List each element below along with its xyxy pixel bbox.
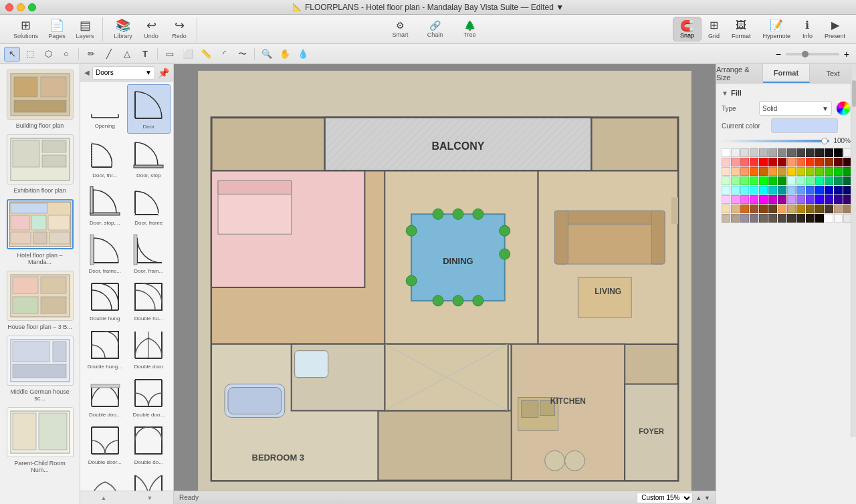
library-item-door-stop[interactable]: Door, stop: [127, 134, 171, 182]
library-item-opening[interactable]: Opening: [83, 84, 127, 134]
color-swatch[interactable]: [750, 186, 758, 195]
zoom-slider[interactable]: [786, 53, 839, 55]
color-swatch[interactable]: [750, 158, 758, 166]
fill-type-select[interactable]: Solid ▼: [759, 101, 832, 116]
color-swatch[interactable]: [768, 205, 777, 213]
tab-text[interactable]: Text: [810, 64, 856, 83]
solutions-button[interactable]: ⊞ Solutions: [9, 17, 42, 41]
color-swatch[interactable]: [759, 205, 768, 213]
lasso-tool[interactable]: ⬡: [40, 47, 56, 61]
color-swatch[interactable]: [759, 167, 768, 176]
color-swatch[interactable]: [778, 205, 786, 213]
color-swatch[interactable]: [740, 205, 749, 213]
library-category-dropdown[interactable]: Doors ▼: [92, 66, 155, 80]
text-tool[interactable]: T: [137, 47, 153, 61]
color-swatch[interactable]: [731, 214, 740, 223]
zoom-select[interactable]: Custom 15% 25% 50% 75% 100%: [637, 493, 693, 503]
color-swatch[interactable]: [759, 195, 768, 204]
library-item-double-door6[interactable]: Double door...: [83, 469, 127, 491]
color-swatch[interactable]: [787, 158, 796, 166]
color-swatch[interactable]: [731, 148, 740, 157]
color-swatch[interactable]: [740, 176, 749, 185]
library-item-double-door5[interactable]: Double do...: [127, 420, 171, 469]
color-swatch[interactable]: [806, 167, 815, 176]
color-swatch[interactable]: [806, 176, 815, 185]
color-swatch[interactable]: [778, 148, 786, 157]
zoom-in-button[interactable]: +: [841, 49, 852, 59]
library-item-double-hung2[interactable]: Double hu...: [127, 277, 171, 325]
maximize-button[interactable]: [28, 3, 36, 11]
color-swatch[interactable]: [834, 195, 843, 204]
color-swatch[interactable]: [787, 167, 796, 176]
info-button[interactable]: ℹ Info: [797, 17, 818, 41]
grid-button[interactable]: ⊞ Grid: [703, 17, 725, 41]
color-swatch[interactable]: [806, 158, 815, 166]
zoom-in-tool[interactable]: 🔍: [259, 47, 275, 61]
color-swatch[interactable]: [815, 214, 824, 223]
color-swatch[interactable]: [759, 186, 768, 195]
redo-button[interactable]: ↪ Redo: [166, 17, 193, 41]
color-swatch[interactable]: [806, 214, 815, 223]
tree-button[interactable]: 🌲 Tree: [456, 19, 483, 40]
color-swatch[interactable]: [834, 205, 843, 213]
color-swatch[interactable]: [825, 214, 833, 223]
color-swatch[interactable]: [815, 186, 824, 195]
library-item-double-door7[interactable]: Double door: [127, 469, 171, 491]
tab-arrange[interactable]: Arrange & Size: [716, 64, 763, 83]
color-swatch[interactable]: [796, 205, 805, 213]
color-swatch[interactable]: [750, 167, 758, 176]
color-swatch[interactable]: [722, 195, 730, 204]
fill-section-toggle[interactable]: ▼: [722, 90, 728, 97]
color-swatch[interactable]: [759, 158, 768, 166]
chain-button[interactable]: 🔗 Chain: [421, 19, 448, 40]
color-swatch[interactable]: [806, 186, 815, 195]
color-swatch[interactable]: [750, 148, 758, 157]
measure-tool[interactable]: 📏: [198, 47, 214, 61]
library-item-double-door[interactable]: Double door: [127, 325, 171, 373]
color-swatch[interactable]: [796, 195, 805, 204]
tab-format[interactable]: Format: [763, 64, 810, 83]
color-swatch[interactable]: [778, 195, 786, 204]
color-swatch[interactable]: [796, 158, 805, 166]
color-swatch[interactable]: [825, 205, 833, 213]
color-swatch[interactable]: [731, 167, 740, 176]
color-swatch[interactable]: [722, 214, 730, 223]
color-swatch[interactable]: [787, 205, 796, 213]
color-swatch[interactable]: [750, 205, 758, 213]
smart-button[interactable]: ⚙ Smart: [387, 19, 413, 40]
page-thumb-parent-child[interactable]: Parent-Child Room Num...: [5, 407, 74, 473]
color-swatch[interactable]: [806, 205, 815, 213]
color-swatch[interactable]: [815, 158, 824, 166]
color-swatch[interactable]: [768, 214, 777, 223]
room-tool[interactable]: ⬜: [180, 47, 196, 61]
close-button[interactable]: [5, 3, 13, 11]
undo-button[interactable]: ↩ Undo: [138, 17, 165, 41]
color-swatch[interactable]: [731, 176, 740, 185]
library-button[interactable]: 📚 Library: [110, 17, 136, 41]
color-swatch[interactable]: [806, 195, 815, 204]
color-swatch[interactable]: [722, 205, 730, 213]
zoom-out-button[interactable]: −: [773, 49, 784, 59]
color-swatch[interactable]: [778, 158, 786, 166]
library-item-door-through[interactable]: Door, thr...: [83, 134, 127, 182]
layers-button[interactable]: ▤ Layers: [72, 17, 98, 41]
color-swatch[interactable]: [834, 148, 843, 157]
color-swatch[interactable]: [722, 186, 730, 195]
current-color-preview[interactable]: [771, 118, 838, 133]
library-item-door-frame[interactable]: Door, frame: [127, 181, 171, 229]
color-swatch[interactable]: [825, 167, 833, 176]
color-swatch[interactable]: [834, 158, 843, 166]
format-button[interactable]: 🖼 Format: [726, 17, 756, 41]
color-swatch[interactable]: [796, 186, 805, 195]
color-swatch[interactable]: [740, 195, 749, 204]
right-panel-scrollbar[interactable]: [851, 67, 856, 437]
hand-tool[interactable]: ✋: [277, 47, 293, 61]
library-item-double-door2[interactable]: Double doo...: [83, 373, 127, 421]
page-thumb-hotel[interactable]: Hotel floor plan – Manda...: [5, 199, 74, 265]
color-swatch[interactable]: [740, 158, 749, 166]
color-swatch[interactable]: [825, 148, 833, 157]
color-swatch[interactable]: [722, 167, 730, 176]
color-swatch[interactable]: [740, 148, 749, 157]
color-swatch[interactable]: [834, 186, 843, 195]
color-swatch[interactable]: [787, 214, 796, 223]
